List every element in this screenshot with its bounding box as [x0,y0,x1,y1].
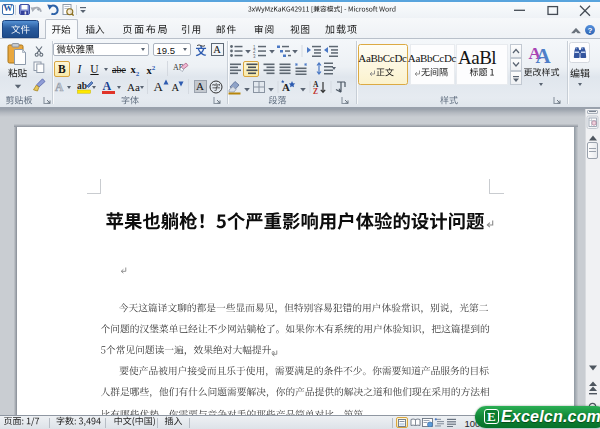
svg-text:ab: ab [77,80,87,90]
svg-text:3: 3 [253,54,256,59]
svg-text:A: A [282,81,290,93]
svg-text:Z: Z [313,87,318,95]
